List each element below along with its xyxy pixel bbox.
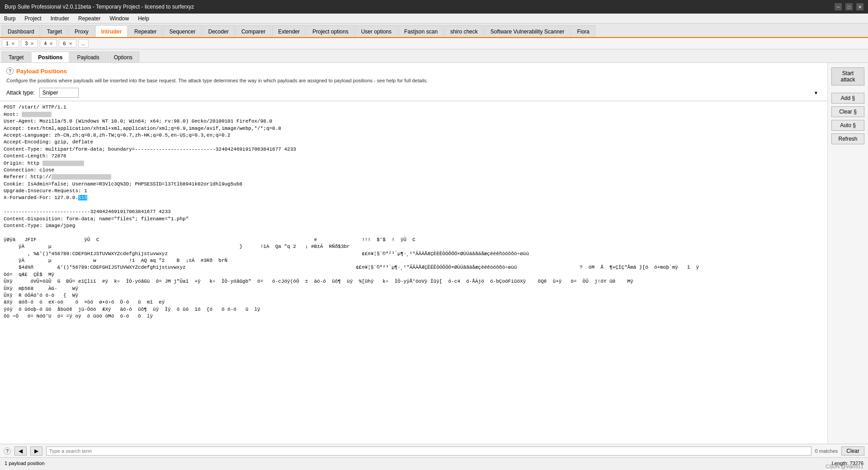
left-panel: ? Payload Positions Configure the positi… — [0, 63, 827, 444]
tab-fiora[interactable]: Fiora — [571, 25, 595, 37]
select-arrow-icon: ▼ — [814, 90, 818, 95]
menu-repeater[interactable]: Repeater — [76, 14, 102, 23]
tab-target[interactable]: Target — [41, 25, 68, 37]
num-tab-4[interactable]: 4 ✕ — [40, 39, 57, 47]
window-controls[interactable]: ─ □ ✕ — [835, 3, 863, 10]
prev-button[interactable]: ◀ — [14, 446, 27, 456]
main-tab-bar: Dashboard Target Proxy Intruder Repeater… — [0, 24, 868, 38]
payload-position-count: 1 payload position — [5, 461, 45, 466]
menu-help[interactable]: Help — [136, 14, 151, 23]
right-panel: Start attack Add § Clear § Auto § Refres… — [827, 63, 868, 444]
intruder-tab-bar: Target Positions Payloads Options — [0, 49, 868, 63]
auto-section-button[interactable]: Auto § — [831, 120, 864, 131]
search-bar: ? ◀ ▶ 0 matches Clear — [0, 444, 868, 457]
refresh-button[interactable]: Refresh — [831, 133, 864, 144]
tab-intruder-target[interactable]: Target — [2, 52, 30, 62]
tab-intruder-positions[interactable]: Positions — [31, 52, 69, 62]
attack-type-wrapper: Sniper Battering ram Pitchfork Cluster b… — [39, 88, 821, 98]
status-bar: 1 payload position Length: 73276 — [0, 457, 868, 469]
payload-description: Configure the positions where payloads w… — [6, 77, 821, 84]
request-text-area[interactable]: POST /start/ HTTP/1.1 Host: User-Agent: … — [0, 101, 827, 444]
num-tab-more[interactable]: ... — [78, 39, 89, 47]
payload-title: ? Payload Positions — [6, 67, 821, 75]
clear-section-button[interactable]: Clear § — [831, 106, 864, 117]
close-tab-1[interactable]: ✕ — [11, 41, 15, 46]
close-tab-4[interactable]: ✕ — [49, 41, 53, 46]
start-attack-button[interactable]: Start attack — [831, 67, 864, 85]
window-title: Burp Suite Professional v2.0.11beta - Te… — [5, 4, 194, 10]
payload-header: ? Payload Positions Configure the positi… — [0, 63, 827, 101]
tab-user-options[interactable]: User options — [355, 25, 397, 37]
tab-intruder-options[interactable]: Options — [107, 52, 139, 62]
menu-burp[interactable]: Burp — [2, 14, 17, 23]
menu-intruder[interactable]: Intruder — [49, 14, 71, 23]
next-button[interactable]: ▶ — [30, 446, 42, 456]
clear-search-button[interactable]: Clear — [841, 446, 864, 456]
tab-intruder[interactable]: Intruder — [95, 25, 127, 37]
match-count: 0 matches — [815, 448, 838, 454]
payload-help-icon[interactable]: ? — [6, 67, 14, 75]
tab-project-options[interactable]: Project options — [307, 25, 354, 37]
tab-vulnerability-scanner[interactable]: Software Vulnerability Scanner — [485, 25, 571, 37]
num-tab-3[interactable]: 3 ✕ — [21, 39, 38, 47]
tab-dashboard[interactable]: Dashboard — [2, 25, 40, 37]
add-section-button[interactable]: Add § — [831, 93, 864, 104]
close-tab-6[interactable]: ✕ — [69, 41, 72, 46]
tab-fastjson[interactable]: Fastjson scan — [398, 25, 443, 37]
tab-extender[interactable]: Extender — [272, 25, 306, 37]
tab-decoder[interactable]: Decoder — [203, 25, 235, 37]
close-tab-3[interactable]: ✕ — [30, 41, 34, 46]
menu-project[interactable]: Project — [23, 14, 43, 23]
content-area: ? Payload Positions Configure the positi… — [0, 63, 868, 444]
attack-type-select[interactable]: Sniper Battering ram Pitchfork Cluster b… — [39, 88, 79, 98]
menu-window[interactable]: Window — [108, 14, 131, 23]
attack-type-row: Attack type: Sniper Battering ram Pitchf… — [6, 88, 821, 98]
watermark: CSDN @vlan911 — [826, 464, 863, 469]
minimize-button[interactable]: ─ — [835, 3, 842, 10]
title-bar: Burp Suite Professional v2.0.11beta - Te… — [0, 0, 868, 14]
menu-bar: Burp Project Intruder Repeater Window He… — [0, 14, 868, 24]
tab-intruder-payloads[interactable]: Payloads — [70, 52, 106, 62]
maximize-button[interactable]: □ — [845, 3, 853, 10]
tab-proxy[interactable]: Proxy — [69, 25, 94, 37]
close-button[interactable]: ✕ — [856, 3, 863, 10]
num-tab-1[interactable]: 1 ✕ — [2, 39, 19, 47]
sub-tab-numbers: 1 ✕ 3 ✕ 4 ✕ 6 ✕ ... — [0, 38, 868, 49]
tab-comparer[interactable]: Comparer — [236, 25, 271, 37]
search-help-icon[interactable]: ? — [4, 447, 11, 455]
tab-sequencer[interactable]: Sequencer — [163, 25, 201, 37]
tab-repeater[interactable]: Repeater — [128, 25, 162, 37]
search-input[interactable] — [46, 446, 811, 456]
num-tab-6[interactable]: 6 ✕ — [59, 39, 76, 47]
tab-shiro[interactable]: shiro check — [444, 25, 484, 37]
attack-type-label: Attack type: — [6, 90, 35, 96]
